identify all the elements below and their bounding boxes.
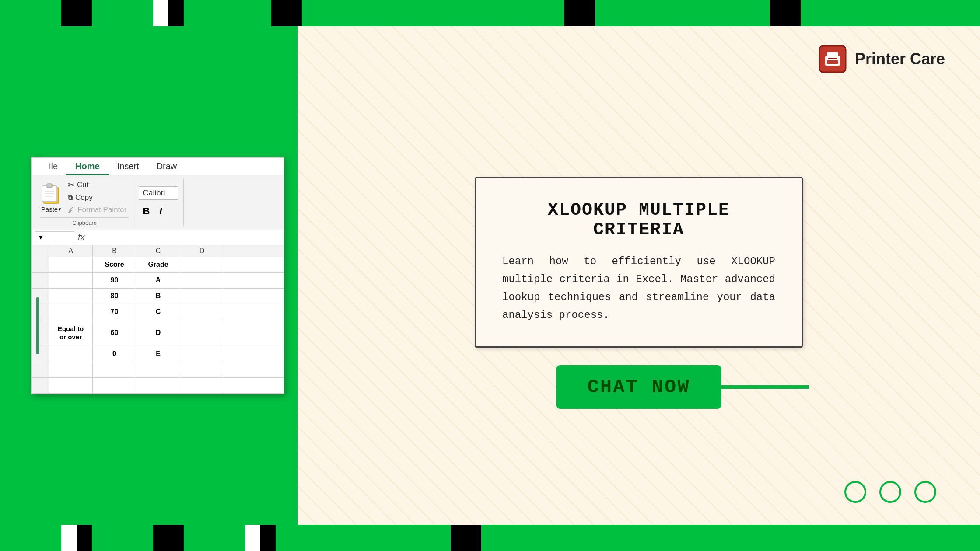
cell-c4[interactable]: C <box>136 304 180 320</box>
ribbon-tabs: ile Home Insert Draw <box>32 158 284 175</box>
svg-rect-12 <box>828 58 837 59</box>
cell-b1[interactable]: Score <box>93 257 136 272</box>
cell-a4[interactable] <box>49 304 93 320</box>
cell-c5[interactable]: D <box>136 320 180 346</box>
formula-bar: ▾ fx <box>32 230 284 245</box>
excel-window: ile Home Insert Draw <box>31 157 284 394</box>
table-row: 90 A <box>32 273 284 289</box>
col-header-d: D <box>180 245 224 257</box>
clipboard-group: Paste ▾ ✂ Cut ⧉ Copy <box>36 179 133 226</box>
table-row: Equal toor over 60 D <box>32 320 284 346</box>
cell-c7[interactable] <box>136 362 180 377</box>
card-description: Learn how to efficiently use XLOOKUP mul… <box>502 253 775 324</box>
cell-b4[interactable]: 70 <box>93 304 136 320</box>
row-num <box>32 362 49 377</box>
logo-text: Printer Care <box>855 50 945 68</box>
cell-a2[interactable] <box>49 273 93 288</box>
table-row: Score Grade <box>32 257 284 273</box>
left-panel: ile Home Insert Draw <box>0 26 298 525</box>
tab-insert[interactable]: Insert <box>108 158 148 175</box>
cell-b2[interactable]: 90 <box>93 273 136 288</box>
font-name-box[interactable]: Calibri <box>139 186 178 200</box>
paste-dropdown-arrow[interactable]: ▾ <box>59 206 61 212</box>
dot-3[interactable] <box>914 481 936 503</box>
svg-rect-6 <box>47 184 52 188</box>
cell-d2[interactable] <box>180 273 224 288</box>
table-row: 0 E <box>32 346 284 362</box>
cut-button[interactable]: ✂ Cut <box>66 179 129 191</box>
card-title: XLOOKUP MULTIPLE CRITERIA <box>502 200 775 240</box>
col-header-a: A <box>49 245 93 257</box>
cell-c6[interactable]: E <box>136 346 180 362</box>
font-style-buttons: B I <box>139 204 178 218</box>
cell-d8[interactable] <box>180 378 224 393</box>
printer-care-logo-icon <box>817 44 848 74</box>
cell-b8[interactable] <box>93 378 136 393</box>
cell-c8[interactable] <box>136 378 180 393</box>
dot-2[interactable] <box>879 481 901 503</box>
cell-c1[interactable]: Grade <box>136 257 180 272</box>
right-panel: Printer Care XLOOKUP MULTIPLE CRITERIA L… <box>298 26 980 525</box>
row-num <box>32 320 49 346</box>
cell-d7[interactable] <box>180 362 224 377</box>
format-painter-button[interactable]: 🖌 Format Painter <box>66 204 129 216</box>
cell-d4[interactable] <box>180 304 224 320</box>
cell-b6[interactable]: 0 <box>93 346 136 362</box>
content-card: XLOOKUP MULTIPLE CRITERIA Learn how to e… <box>475 177 803 347</box>
copy-button[interactable]: ⧉ Copy <box>66 192 129 203</box>
chat-now-button[interactable]: CHAT NOW <box>556 365 721 409</box>
paste-label: Paste <box>41 206 58 213</box>
svg-rect-11 <box>827 60 838 64</box>
col-header-c: C <box>136 245 180 257</box>
cell-b7[interactable] <box>93 362 136 377</box>
row-num <box>32 273 49 288</box>
italic-button[interactable]: I <box>155 204 166 218</box>
cell-a8[interactable] <box>49 378 93 393</box>
copy-label: Copy <box>75 193 93 202</box>
formula-icon: fx <box>78 232 85 242</box>
row-num <box>32 304 49 320</box>
cell-c3[interactable]: B <box>136 289 180 304</box>
cta-area: CHAT NOW <box>556 365 721 409</box>
main-content: ile Home Insert Draw <box>0 26 980 525</box>
cell-a6[interactable] <box>49 346 93 362</box>
cell-c2[interactable]: A <box>136 273 180 288</box>
clipboard-group-label: Clipboard <box>40 217 129 226</box>
cell-b3[interactable]: 80 <box>93 289 136 304</box>
dot-1[interactable] <box>844 481 866 503</box>
cell-d6[interactable] <box>180 346 224 362</box>
copy-icon: ⧉ <box>68 194 73 202</box>
format-painter-label: Format Painter <box>77 206 126 214</box>
cell-d5[interactable] <box>180 320 224 346</box>
clipboard-items: Paste ▾ ✂ Cut ⧉ Copy <box>40 179 129 216</box>
paste-button[interactable]: Paste ▾ <box>40 181 62 213</box>
cell-d3[interactable] <box>180 289 224 304</box>
cell-b5[interactable]: 60 <box>93 320 136 346</box>
top-stripe-bar <box>0 0 980 26</box>
dots-navigation <box>844 481 936 503</box>
ribbon-content: Paste ▾ ✂ Cut ⧉ Copy <box>32 175 284 230</box>
svg-rect-10 <box>827 52 838 59</box>
font-controls: Calibri B I <box>139 179 178 226</box>
bold-button[interactable]: B <box>139 204 154 218</box>
table-row <box>32 362 284 378</box>
tab-home[interactable]: Home <box>66 158 108 175</box>
cell-a1[interactable] <box>49 257 93 272</box>
name-box[interactable]: ▾ <box>35 231 74 243</box>
cell-a3[interactable] <box>49 289 93 304</box>
scroll-bar[interactable] <box>36 297 39 354</box>
cell-a7[interactable] <box>49 362 93 377</box>
cell-a5[interactable]: Equal toor over <box>49 320 93 346</box>
spreadsheet: A B C D Score Grade 90 <box>32 245 284 394</box>
table-row <box>32 378 284 394</box>
cut-icon: ✂ <box>68 180 74 190</box>
tab-file[interactable]: ile <box>40 158 66 175</box>
paste-icon <box>40 181 62 206</box>
row-header-spacer <box>32 245 49 257</box>
row-num <box>32 289 49 304</box>
row-num <box>32 346 49 362</box>
col-header-b: B <box>93 245 136 257</box>
tab-draw[interactable]: Draw <box>148 158 186 175</box>
cell-d1[interactable] <box>180 257 224 272</box>
table-row: 70 C <box>32 304 284 320</box>
